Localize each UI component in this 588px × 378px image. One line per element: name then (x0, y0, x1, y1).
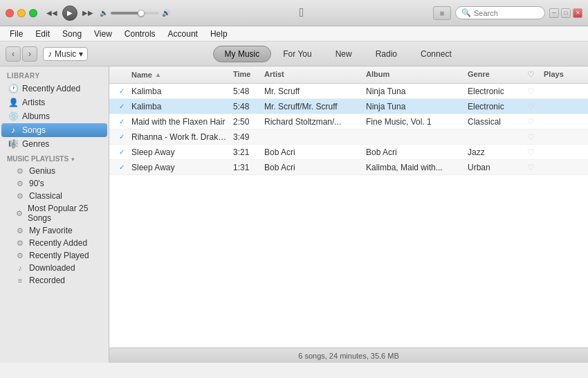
most-popular-icon: ⚙ (15, 209, 24, 218)
row-check[interactable]: ✓ (115, 162, 129, 172)
playlist-classical[interactable]: ⚙ Classical (0, 190, 109, 202)
status-text: 6 songs, 24 minutes, 35.6 MB (298, 352, 399, 360)
row-album (363, 136, 465, 138)
row-plays (541, 136, 582, 138)
song-table[interactable]: Name ▲ Time Artist Album Genre ♡ Plays ✓… (109, 66, 588, 348)
play-button[interactable]: ▶ (62, 6, 77, 21)
sidebar-item-label: Genres (22, 139, 49, 149)
apple-logo:  (300, 6, 304, 20)
maximize-button[interactable] (29, 9, 37, 17)
row-name: Kalimba (129, 85, 230, 98)
menu-item-song[interactable]: Song (57, 28, 87, 40)
row-name: Maid with the Flaxen Hair (129, 116, 230, 128)
menu-item-file[interactable]: File (4, 28, 28, 40)
volume-low-icon: 🔈 (100, 9, 108, 17)
close-button[interactable] (6, 9, 14, 17)
col-name[interactable]: Name ▲ (129, 69, 230, 81)
playlist-most-popular[interactable]: ⚙ Most Popular 25 Songs (0, 202, 109, 224)
table-row[interactable]: ✓ Sleep Away 3:21 Bob Acri Bob Acri Jazz… (109, 145, 588, 160)
volume-track[interactable] (111, 12, 159, 15)
tab-new[interactable]: New (324, 46, 364, 62)
close-window-button[interactable]: ✕ (573, 8, 582, 18)
row-check[interactable]: ✓ (115, 101, 129, 111)
forward-arrow-button[interactable]: › (22, 46, 37, 62)
sidebar-item-songs[interactable]: ♪ Songs (1, 123, 107, 137)
playlist-my-favorite[interactable]: ⚙ My Favorite (0, 224, 109, 237)
menu-item-account[interactable]: Account (163, 28, 203, 40)
recorded-icon: ≡ (15, 276, 25, 285)
sidebar-item-albums[interactable]: 💿 Albums (1, 109, 107, 123)
playlist-90s[interactable]: ⚙ 90's (0, 177, 109, 190)
row-genre: Electronic (465, 100, 520, 113)
restore-button[interactable]: ─ (549, 8, 559, 18)
tab-radio[interactable]: Radio (364, 46, 409, 62)
minimize-button[interactable] (17, 9, 26, 17)
row-check[interactable]: ✓ (115, 86, 129, 96)
status-bar: 6 songs, 24 minutes, 35.6 MB (109, 348, 588, 363)
menu-item-edit[interactable]: Edit (30, 28, 55, 40)
playlist-downloaded[interactable]: ♪ Downloaded (0, 262, 109, 274)
playlist-label: Recorded (29, 276, 65, 285)
row-artist: Mr. Scruff/Mr. Scruff (261, 100, 363, 113)
back-arrow-button[interactable]: ‹ (6, 46, 21, 62)
tab-for-you[interactable]: For You (271, 46, 323, 62)
row-heart[interactable]: ♡ (520, 161, 541, 174)
list-view-button[interactable]: ≡ (433, 6, 451, 20)
table-row[interactable]: ✓ Rihanna - Work ft. Drake (Explicit) 3:… (109, 129, 588, 145)
playlist-recently-added[interactable]: ⚙ Recently Added (0, 237, 109, 249)
table-row[interactable]: ✓ Kalimba 5:48 Mr. Scruff/Mr. Scruff Nin… (109, 99, 588, 114)
albums-icon: 💿 (8, 111, 18, 121)
row-check[interactable]: ✓ (115, 116, 129, 127)
playlist-recently-played[interactable]: ⚙ Recently Played (0, 249, 109, 262)
search-input[interactable] (474, 9, 543, 17)
menu-item-help[interactable]: Help (205, 28, 233, 40)
playlist-genius[interactable]: ⚙ Genius (0, 165, 109, 177)
playlist-label: Genius (29, 166, 55, 176)
tab-connect[interactable]: Connect (409, 46, 463, 62)
table-row[interactable]: ✓ Sleep Away 1:31 Bob Acri Kalimba, Maid… (109, 160, 588, 175)
volume-slider[interactable]: 🔈 🔊 (100, 9, 170, 17)
90s-icon: ⚙ (15, 179, 25, 188)
playlist-label: Downloaded (29, 263, 75, 273)
row-plays (541, 166, 582, 169)
nav-bar: ‹ › ♪ Music ▾ My Music For You New Radio… (0, 42, 588, 66)
rewind-button[interactable]: ◀◀ (46, 8, 58, 18)
table-row[interactable]: ✓ Maid with the Flaxen Hair 2:50 Richard… (109, 114, 588, 129)
row-heart[interactable]: ♡ (520, 131, 541, 143)
row-heart[interactable]: ♡ (520, 100, 541, 113)
row-check[interactable]: ✓ (115, 132, 129, 142)
sidebar-item-artists[interactable]: 👤 Artists (1, 96, 107, 109)
source-selector[interactable]: ♪ Music ▾ (43, 47, 88, 61)
traffic-lights (6, 9, 37, 17)
playlist-recorded[interactable]: ≡ Recorded (0, 274, 109, 287)
row-genre (465, 136, 520, 138)
playlist-label: 90's (29, 179, 44, 188)
row-check[interactable]: ✓ (115, 147, 129, 157)
volume-thumb[interactable] (138, 10, 145, 17)
sidebar-item-recently-added[interactable]: 🕐 Recently Added (1, 82, 107, 96)
col-check (115, 69, 129, 81)
row-time: 3:49 (230, 131, 261, 143)
playlist-label: My Favorite (29, 226, 73, 235)
row-genre: Classical (465, 116, 520, 128)
sidebar-item-genres[interactable]: 🎼 Genres (1, 137, 107, 151)
row-album: Ninja Tuna (363, 85, 465, 98)
tab-my-music[interactable]: My Music (213, 46, 272, 62)
row-heart[interactable]: ♡ (520, 146, 541, 159)
fullscreen-button[interactable]: □ (561, 8, 571, 18)
playlists-header[interactable]: Music Playlists ▾ (0, 151, 109, 165)
table-header: Name ▲ Time Artist Album Genre ♡ Plays (109, 66, 588, 84)
sidebar-item-label: Artists (22, 98, 45, 107)
fast-forward-button[interactable]: ▶▶ (82, 8, 94, 18)
menu-item-view[interactable]: View (89, 28, 118, 40)
row-album: Ninja Tuna (363, 100, 465, 113)
genius-icon: ⚙ (15, 167, 25, 176)
menu-item-controls[interactable]: Controls (119, 28, 161, 40)
sidebar-item-label: Songs (22, 125, 46, 135)
row-heart[interactable]: ♡ (520, 85, 541, 98)
row-heart[interactable]: ♡ (520, 116, 541, 128)
col-album: Album (363, 69, 465, 81)
table-row[interactable]: ✓ Kalimba 5:48 Mr. Scruff Ninja Tuna Ele… (109, 84, 588, 99)
nav-arrows: ‹ › (6, 46, 37, 62)
search-box[interactable]: 🔍 (455, 6, 545, 19)
